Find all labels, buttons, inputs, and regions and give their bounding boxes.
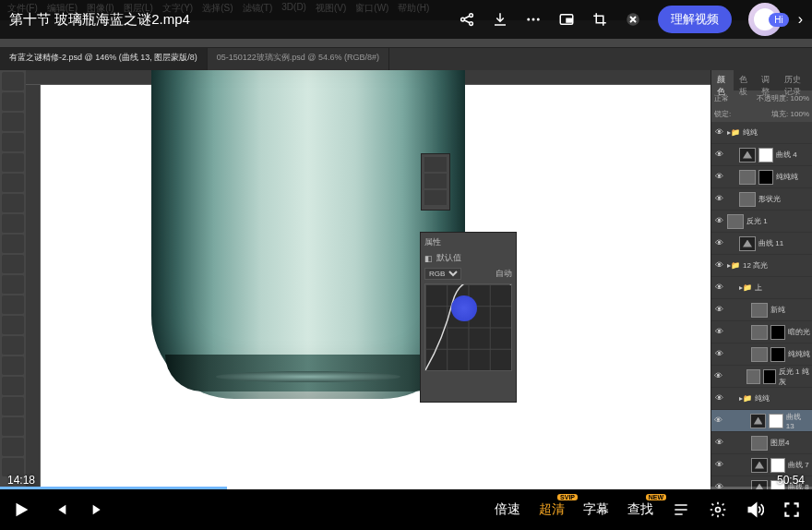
ps-canvas-area[interactable]: 属性 ◧默认值 RGB 自动 — [26, 70, 710, 489]
visibility-icon[interactable]: 👁 — [713, 260, 724, 271]
tool-button[interactable] — [2, 438, 24, 456]
mask-thumb[interactable] — [770, 325, 785, 340]
layer-name[interactable]: 图层4 — [770, 438, 789, 448]
visibility-icon[interactable]: 👁 — [713, 393, 724, 404]
right-panel-tabs[interactable]: 颜色色板调整历史记录 — [711, 70, 812, 90]
artboard[interactable] — [41, 85, 710, 489]
layer-row[interactable]: 👁曲线 13 — [711, 410, 812, 432]
tool-button[interactable] — [2, 316, 24, 334]
visibility-icon[interactable]: 👁 — [713, 438, 724, 449]
tool-button[interactable] — [2, 295, 24, 314]
speed-button[interactable]: 倍速 — [495, 501, 520, 518]
layer-row[interactable]: 👁反光 1 纯灰 — [711, 366, 812, 388]
doc-tab[interactable]: 05-150122玻璃实例.psd @ 54.6% (RGB/8#) — [208, 48, 389, 70]
tool-button[interactable] — [2, 275, 24, 294]
visibility-icon[interactable]: 👁 — [713, 216, 724, 227]
layer-blend-options[interactable]: 正常不透明度: 100% — [711, 90, 812, 106]
visibility-icon[interactable]: 👁 — [713, 371, 722, 382]
layer-name[interactable]: 曲线 4 — [776, 150, 797, 160]
layer-name[interactable]: 曲线 7 — [788, 460, 809, 470]
visibility-icon[interactable]: 👁 — [713, 349, 724, 360]
visibility-icon[interactable]: 👁 — [713, 416, 724, 427]
subtitle-button[interactable]: 字幕 — [583, 501, 609, 518]
panel-tab[interactable]: 色板 — [734, 70, 756, 90]
download-icon[interactable] — [492, 11, 508, 28]
tool-button[interactable] — [2, 417, 24, 436]
layer-row[interactable]: 👁图层4 — [711, 432, 812, 454]
tool-button[interactable] — [2, 194, 24, 212]
curves-properties-panel[interactable]: 属性 ◧默认值 RGB 自动 — [420, 232, 517, 403]
layer-name[interactable]: 纯纯 — [743, 127, 758, 138]
layers-list[interactable]: 👁▸📁纯纯👁曲线 4👁纯纯纯👁形状光👁反光 1👁曲线 11👁▸📁12 高光👁▸📁… — [711, 122, 812, 500]
tool-button[interactable] — [2, 255, 24, 273]
chevron-right-icon[interactable]: › — [798, 11, 803, 28]
layer-row[interactable]: 👁形状光 — [711, 188, 812, 211]
layer-name[interactable]: 曲线 11 — [758, 238, 783, 248]
navigator-mini-panel[interactable] — [421, 153, 450, 211]
layer-row[interactable]: 👁▸📁12 高光 — [711, 255, 812, 277]
layer-name[interactable]: 曲线 13 — [786, 412, 810, 430]
visibility-icon[interactable]: 👁 — [713, 283, 724, 294]
playlist-icon[interactable] — [672, 500, 690, 519]
layer-name[interactable]: 上 — [755, 283, 762, 293]
layer-row[interactable]: 👁曲线 4 — [711, 144, 812, 166]
layer-name[interactable]: 反光 1 — [746, 216, 768, 226]
layer-row[interactable]: 👁▸📁上 — [711, 277, 812, 299]
visibility-icon[interactable]: 👁 — [713, 460, 724, 471]
ps-doc-tabs[interactable]: 有蓝之谜精修-2.psd @ 146% (曲线 13, 图层蒙版/8)05-15… — [0, 48, 812, 70]
doc-tab[interactable]: 有蓝之谜精修-2.psd @ 146% (曲线 13, 图层蒙版/8) — [0, 48, 208, 70]
mask-thumb[interactable] — [770, 347, 785, 362]
curve-control-point[interactable] — [451, 295, 477, 321]
panel-tab[interactable]: 历史记录 — [779, 70, 812, 90]
understand-video-button[interactable]: 理解视频 — [658, 6, 732, 33]
panel-tab[interactable]: 颜色 — [711, 70, 734, 90]
tool-button[interactable] — [2, 153, 24, 172]
crop-icon[interactable] — [591, 11, 608, 28]
layer-name[interactable]: 反光 1 纯灰 — [779, 367, 810, 387]
visibility-icon[interactable]: 👁 — [713, 172, 724, 183]
layer-row[interactable]: 👁曲线 11 — [711, 233, 812, 255]
layer-name[interactable]: 纯纯纯 — [788, 349, 810, 359]
visibility-icon[interactable]: 👁 — [713, 305, 724, 316]
visibility-icon[interactable]: 👁 — [713, 150, 724, 161]
tool-button[interactable] — [2, 214, 24, 233]
layer-name[interactable]: 形状光 — [758, 194, 781, 204]
layer-row[interactable]: 👁纯纯纯 — [711, 166, 812, 188]
visibility-icon[interactable]: 👁 — [713, 238, 724, 249]
visibility-icon[interactable]: 👁 — [713, 127, 724, 139]
user-avatar[interactable]: Hi — [748, 3, 782, 36]
layer-lock-options[interactable]: 锁定:填充: 100% — [711, 106, 812, 122]
layer-name[interactable]: 新纯 — [770, 305, 785, 315]
layer-name[interactable]: 12 高光 — [743, 260, 768, 271]
layer-row[interactable]: 👁▸📁纯纯 — [711, 122, 812, 144]
layer-row[interactable]: 👁纯纯纯 — [711, 343, 812, 366]
tool-button[interactable] — [2, 397, 24, 416]
auto-button[interactable]: 自动 — [496, 268, 512, 280]
channel-select[interactable]: RGB — [424, 268, 461, 280]
pip-icon[interactable] — [558, 11, 575, 28]
tool-button[interactable] — [2, 377, 24, 395]
prev-button[interactable] — [54, 502, 68, 517]
next-button[interactable] — [90, 502, 105, 517]
tool-button[interactable] — [2, 336, 24, 355]
layer-row[interactable]: 👁新纯 — [711, 299, 812, 321]
tool-button[interactable] — [2, 174, 24, 192]
tool-button[interactable] — [2, 133, 24, 151]
tool-button[interactable] — [2, 356, 24, 375]
volume-icon[interactable] — [746, 500, 764, 519]
share-icon[interactable] — [459, 11, 475, 28]
fullscreen-icon[interactable] — [782, 500, 801, 519]
mask-thumb[interactable] — [758, 170, 773, 185]
visibility-icon[interactable]: 👁 — [713, 194, 724, 205]
quality-button[interactable]: 超清SVIP — [539, 501, 565, 518]
layer-row[interactable]: 👁反光 1 — [711, 211, 812, 233]
layer-row[interactable]: 👁▸📁纯纯 — [711, 388, 812, 410]
settings-icon[interactable] — [709, 500, 727, 519]
curve-graph[interactable] — [424, 283, 512, 371]
tool-button[interactable] — [2, 92, 24, 111]
layer-name[interactable]: 暗的光 — [788, 327, 810, 337]
mask-thumb[interactable] — [769, 414, 783, 428]
mask-thumb[interactable] — [763, 369, 776, 384]
tool-button[interactable] — [2, 235, 24, 253]
visibility-icon[interactable]: 👁 — [713, 327, 724, 338]
